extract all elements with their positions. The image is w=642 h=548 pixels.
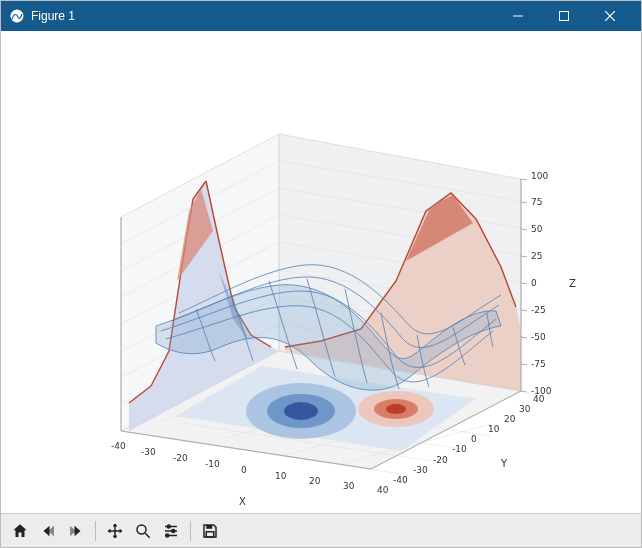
svg-line-76 bbox=[521, 179, 527, 180]
svg-line-69 bbox=[521, 364, 527, 365]
save-button[interactable] bbox=[197, 518, 223, 544]
svg-rect-2 bbox=[560, 12, 569, 21]
svg-text:-10: -10 bbox=[452, 444, 467, 454]
minimize-button[interactable] bbox=[495, 1, 541, 31]
svg-rect-86 bbox=[206, 531, 214, 536]
svg-text:50: 50 bbox=[531, 224, 543, 234]
toolbar-separator bbox=[190, 521, 191, 541]
window-title: Figure 1 bbox=[31, 9, 495, 23]
configure-button[interactable] bbox=[158, 518, 184, 544]
svg-text:10: 10 bbox=[275, 471, 287, 481]
svg-line-73 bbox=[521, 256, 527, 257]
svg-text:-75: -75 bbox=[531, 359, 546, 369]
svg-text:-10: -10 bbox=[205, 459, 220, 469]
y-axis-label: Y bbox=[500, 458, 508, 469]
svg-text:25: 25 bbox=[531, 251, 542, 261]
svg-text:0: 0 bbox=[531, 278, 537, 288]
figure-canvas[interactable]: -40 -30 -20 -10 0 10 20 30 40 X -40 -30 … bbox=[1, 31, 641, 513]
svg-point-77 bbox=[137, 525, 146, 534]
svg-text:0: 0 bbox=[471, 434, 477, 444]
svg-line-74 bbox=[521, 229, 527, 230]
toolbar-separator bbox=[95, 521, 96, 541]
z-axis-label: Z bbox=[569, 278, 576, 289]
svg-text:-25: -25 bbox=[531, 305, 546, 315]
svg-rect-85 bbox=[206, 525, 212, 529]
axes-3d: -40 -30 -20 -10 0 10 20 30 40 X -40 -30 … bbox=[1, 31, 641, 515]
z-ticks: -100 -75 -50 -25 0 25 50 75 100 bbox=[531, 171, 552, 396]
svg-text:-30: -30 bbox=[413, 465, 428, 475]
zoom-button[interactable] bbox=[130, 518, 156, 544]
nav-toolbar bbox=[1, 513, 641, 547]
pan-button[interactable] bbox=[102, 518, 128, 544]
svg-point-83 bbox=[172, 529, 175, 532]
maximize-button[interactable] bbox=[541, 1, 587, 31]
home-button[interactable] bbox=[7, 518, 33, 544]
svg-text:-20: -20 bbox=[173, 453, 188, 463]
svg-line-75 bbox=[521, 202, 527, 203]
forward-button[interactable] bbox=[63, 518, 89, 544]
svg-point-36 bbox=[386, 404, 406, 414]
svg-text:20: 20 bbox=[504, 414, 516, 424]
svg-line-70 bbox=[521, 337, 527, 338]
svg-line-68 bbox=[521, 391, 527, 392]
svg-text:0: 0 bbox=[241, 465, 247, 475]
svg-text:-30: -30 bbox=[141, 447, 156, 457]
svg-text:75: 75 bbox=[531, 197, 542, 207]
svg-text:40: 40 bbox=[377, 485, 389, 495]
x-axis-label: X bbox=[239, 496, 246, 507]
titlebar: Figure 1 bbox=[1, 1, 641, 31]
svg-text:20: 20 bbox=[309, 476, 321, 486]
svg-text:-40: -40 bbox=[393, 475, 408, 485]
svg-text:-50: -50 bbox=[531, 332, 546, 342]
app-icon bbox=[9, 8, 25, 24]
svg-line-78 bbox=[145, 533, 150, 538]
svg-text:10: 10 bbox=[488, 424, 500, 434]
svg-text:-20: -20 bbox=[433, 455, 448, 465]
svg-point-84 bbox=[166, 534, 169, 537]
close-button[interactable] bbox=[587, 1, 633, 31]
svg-text:-40: -40 bbox=[111, 441, 126, 451]
svg-text:30: 30 bbox=[343, 481, 355, 491]
svg-line-71 bbox=[521, 310, 527, 311]
svg-text:30: 30 bbox=[519, 404, 531, 414]
svg-point-33 bbox=[284, 402, 318, 420]
back-button[interactable] bbox=[35, 518, 61, 544]
svg-text:-100: -100 bbox=[531, 386, 552, 396]
svg-line-72 bbox=[521, 283, 527, 284]
svg-text:100: 100 bbox=[531, 171, 548, 181]
svg-point-82 bbox=[167, 525, 170, 528]
